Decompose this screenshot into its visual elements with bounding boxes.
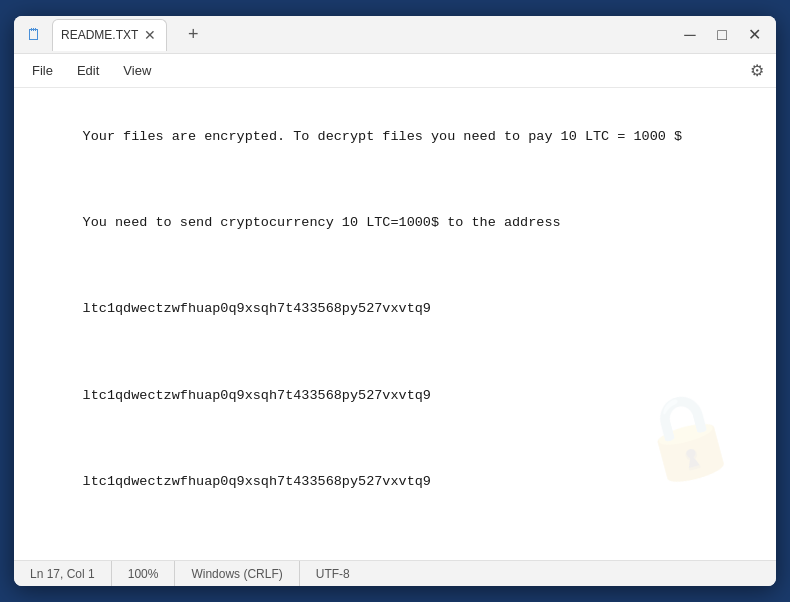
encoding-status: UTF-8 [300,561,366,586]
new-tab-button[interactable]: + [179,21,207,49]
line-5: ltc1qdwectzwfhuap0q9xsqh7t433568py527vxv… [83,301,431,316]
line-9: ltc1qdwectzwfhuap0q9xsqh7t433568py527vxv… [83,474,431,489]
zoom-label: 100% [128,567,159,581]
tab-close-button[interactable]: ✕ [144,28,156,42]
tab-label: README.TXT [61,28,138,42]
menu-file[interactable]: File [22,59,63,82]
line-7: ltc1qdwectzwfhuap0q9xsqh7t433568py527vxv… [83,388,431,403]
text-content-area[interactable]: Your files are encrypted. To decrypt fil… [14,88,776,560]
file-icon: 🗒 [26,26,44,44]
window-controls: ─ □ ✕ [680,27,764,43]
title-bar: 🗒 README.TXT ✕ + ─ □ ✕ [14,16,776,54]
text-body: Your files are encrypted. To decrypt fil… [34,104,756,560]
tab[interactable]: README.TXT ✕ [52,19,167,51]
line-ending-label: Windows (CRLF) [191,567,282,581]
close-button[interactable]: ✕ [744,27,764,43]
line-ending-status: Windows (CRLF) [175,561,299,586]
line-3: You need to send cryptocurrency 10 LTC=1… [83,215,561,230]
cursor-position-status: Ln 17, Col 1 [14,561,112,586]
notepad-window: 🗒 README.TXT ✕ + ─ □ ✕ File Edit View ⚙ … [14,16,776,586]
cursor-position-label: Ln 17, Col 1 [30,567,95,581]
status-bar: Ln 17, Col 1 100% Windows (CRLF) UTF-8 [14,560,776,586]
minimize-button[interactable]: ─ [680,27,700,43]
settings-icon[interactable]: ⚙ [746,57,768,84]
line-1: Your files are encrypted. To decrypt fil… [83,129,683,144]
menu-view[interactable]: View [113,59,161,82]
maximize-button[interactable]: □ [712,27,732,43]
encoding-label: UTF-8 [316,567,350,581]
menu-bar: File Edit View ⚙ [14,54,776,88]
zoom-status: 100% [112,561,176,586]
menu-edit[interactable]: Edit [67,59,109,82]
title-bar-left: 🗒 README.TXT ✕ + [26,19,207,51]
